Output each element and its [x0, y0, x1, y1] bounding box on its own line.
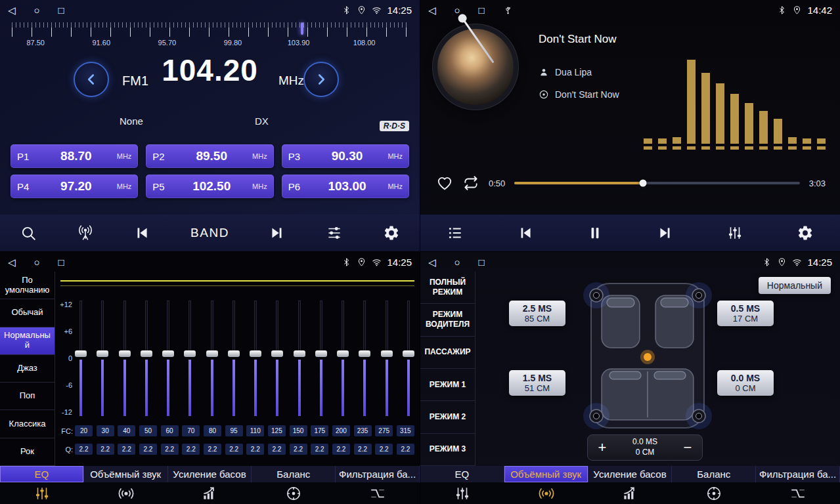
home-button[interactable]: ○: [454, 257, 460, 267]
tab-balance[interactable]: Баланс: [252, 466, 336, 482]
filter-tab-icon[interactable]: [336, 485, 420, 502]
slider-knob[interactable]: [337, 350, 349, 357]
home-button[interactable]: ○: [34, 5, 40, 15]
slider-knob[interactable]: [359, 350, 370, 357]
delay-front-right[interactable]: 0.5 MS 17 CM: [717, 301, 774, 326]
bass-boost-tab-icon[interactable]: [168, 485, 252, 502]
effects-icon[interactable]: [326, 224, 343, 242]
eq-band-slider[interactable]: [294, 301, 305, 416]
surround-tab-icon[interactable]: [504, 485, 588, 502]
slider-knob[interactable]: [294, 350, 305, 357]
preset-button-p2[interactable]: P2 89.50 MHz: [146, 144, 273, 168]
eq-band-slider[interactable]: [141, 301, 152, 416]
tab-filter[interactable]: Фильтрация ба...: [756, 466, 840, 482]
slider-knob[interactable]: [141, 350, 152, 357]
eq-preset-default[interactable]: По умолчанию: [0, 272, 55, 299]
slider-knob[interactable]: [184, 350, 196, 357]
back-button[interactable]: ◁: [428, 257, 436, 267]
slider-knob[interactable]: [271, 350, 283, 357]
next-track-icon[interactable]: [657, 224, 674, 242]
eq-band-slider[interactable]: [271, 301, 283, 416]
delay-front-left[interactable]: 2.5 MS 85 CM: [509, 301, 565, 326]
eq-preset-normal[interactable]: Нормальный: [0, 327, 55, 355]
previous-station-icon[interactable]: [133, 224, 150, 242]
tab-surround[interactable]: Объёмный звук: [504, 466, 588, 482]
tab-surround[interactable]: Объёмный звук: [84, 466, 168, 482]
tab-balance[interactable]: Баланс: [672, 466, 756, 482]
eq-band-slider[interactable]: [228, 301, 240, 416]
eq-preset-pop[interactable]: Поп: [0, 383, 55, 410]
slider-knob[interactable]: [162, 350, 174, 357]
slider-knob[interactable]: [206, 350, 218, 357]
slider-knob[interactable]: [315, 350, 327, 357]
eq-band-slider[interactable]: [250, 301, 261, 416]
mode-1[interactable]: РЕЖИМ 1: [420, 369, 475, 401]
tab-eq[interactable]: EQ: [0, 466, 84, 482]
eq-band-slider[interactable]: [162, 301, 174, 416]
previous-track-icon[interactable]: [517, 224, 534, 242]
scan-icon[interactable]: [20, 224, 37, 242]
bass-boost-tab-icon[interactable]: [588, 485, 673, 502]
recents-button[interactable]: □: [58, 257, 64, 267]
slider-knob[interactable]: [97, 350, 108, 357]
filter-tab-icon[interactable]: [756, 485, 840, 502]
progress-knob[interactable]: [639, 180, 646, 187]
mode-3[interactable]: РЕЖИМ 3: [420, 434, 475, 466]
eq-band-slider[interactable]: [337, 301, 349, 416]
preset-button-p6[interactable]: P6 103.00 MHz: [282, 175, 409, 198]
slider-knob[interactable]: [75, 350, 87, 357]
preset-button-p4[interactable]: P4 97.20 MHz: [11, 175, 138, 198]
slider-knob[interactable]: [119, 350, 131, 357]
eq-band-slider[interactable]: [75, 301, 87, 416]
home-button[interactable]: ○: [454, 5, 460, 15]
tab-bass-boost[interactable]: Усиление басов: [168, 466, 252, 482]
preset-button-p5[interactable]: P5 102.50 MHz: [146, 175, 273, 198]
broadcast-icon[interactable]: [77, 224, 94, 242]
mode-passenger[interactable]: ПАССАЖИР: [420, 337, 475, 369]
profile-button[interactable]: Нормальный: [759, 277, 831, 294]
frequency-ruler[interactable]: 87.50 91.60 95.70 99.80 103.90 108.00: [12, 22, 408, 49]
eq-preset-rock[interactable]: Рок: [0, 438, 55, 466]
settings-icon[interactable]: [383, 224, 400, 242]
slider-knob[interactable]: [250, 350, 261, 357]
balance-tab-icon[interactable]: [672, 485, 756, 502]
eq-band-slider[interactable]: [206, 301, 218, 416]
mode-full[interactable]: ПОЛНЫЙ РЕЖИМ: [420, 272, 475, 304]
back-button[interactable]: ◁: [8, 5, 16, 15]
slider-knob[interactable]: [228, 350, 240, 357]
favorite-icon[interactable]: [436, 175, 453, 192]
back-button[interactable]: ◁: [428, 5, 436, 15]
recents-button[interactable]: □: [58, 5, 64, 15]
eq-tab-icon[interactable]: [0, 485, 84, 502]
eq-preset-jazz[interactable]: Джаз: [0, 355, 55, 383]
mode-driver[interactable]: РЕЖИМ ВОДИТЕЛЯ: [420, 304, 475, 336]
repeat-icon[interactable]: [462, 175, 479, 192]
tab-bass-boost[interactable]: Усиление басов: [588, 466, 673, 482]
settings-icon[interactable]: [797, 224, 814, 242]
eq-preset-classic[interactable]: Классика: [0, 410, 55, 438]
recents-button[interactable]: □: [479, 5, 485, 15]
playlist-icon[interactable]: [447, 224, 464, 242]
eq-preset-custom[interactable]: Обычай: [0, 299, 55, 327]
delay-rear-right[interactable]: 0.0 MS 0 CM: [717, 370, 774, 396]
eq-band-slider[interactable]: [97, 301, 108, 416]
recents-button[interactable]: □: [479, 257, 485, 267]
surround-tab-icon[interactable]: [84, 485, 168, 502]
preset-button-p3[interactable]: P3 90.30 MHz: [282, 144, 409, 168]
back-button[interactable]: ◁: [8, 257, 16, 267]
eq-band-slider[interactable]: [315, 301, 327, 416]
home-button[interactable]: ○: [34, 257, 40, 267]
tab-filter[interactable]: Фильтрация ба...: [336, 466, 420, 482]
tab-eq[interactable]: EQ: [420, 466, 504, 482]
band-button[interactable]: BAND: [190, 226, 229, 240]
eq-band-slider[interactable]: [119, 301, 131, 416]
eq-band-slider[interactable]: [359, 301, 370, 416]
delay-rear-left[interactable]: 1.5 MS 51 CM: [509, 370, 565, 396]
balance-tab-icon[interactable]: [252, 485, 336, 502]
mode-2[interactable]: РЕЖИМ 2: [420, 401, 475, 433]
delay-decrease-button[interactable]: −: [673, 440, 702, 455]
tune-up-button[interactable]: [303, 62, 339, 97]
progress-bar[interactable]: [514, 182, 799, 184]
delay-increase-button[interactable]: +: [588, 440, 617, 455]
slider-knob[interactable]: [381, 350, 393, 357]
